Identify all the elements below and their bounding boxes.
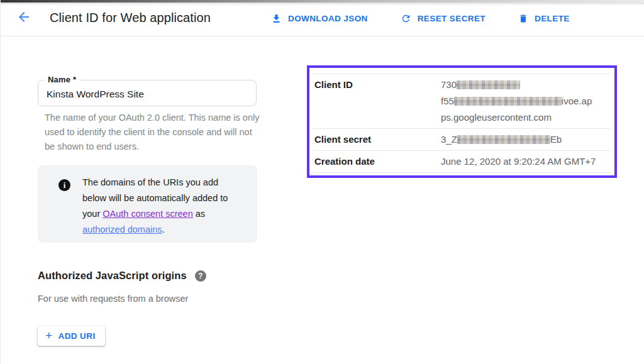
client-id-line-1: 730 [441,77,592,93]
name-help-text: The name of your OAuth 2.0 client. This … [45,111,260,154]
arrow-left-icon [16,9,31,27]
download-icon [271,13,282,24]
info-text-middle: as [193,209,205,219]
add-uri-button[interactable]: + ADD URI [38,326,105,346]
authorized-origins-heading: Authorized JavaScript origins [38,270,187,282]
client-id-line-3: ps.googleusercontent.com [441,109,592,126]
redacted-pixelation [454,97,562,106]
reset-secret-label: RESET SECRET [418,14,486,23]
name-input[interactable] [38,80,256,106]
download-json-label: DOWNLOAD JSON [288,14,368,23]
oauth-consent-screen-link[interactable]: OAuth consent screen [103,209,192,219]
trash-icon [518,13,528,24]
client-secret-value: 3_ZEb [441,131,562,148]
client-id-value: 730 f55ivoe.ap ps.googleusercontent.com [441,77,592,126]
client-id-label: Client ID [314,77,441,126]
page-title: Client ID for Web application [50,11,211,25]
info-note-text: The domains of the URIs you add below wi… [82,175,236,238]
authorized-origins-section: Authorized JavaScript origins ? [38,270,206,282]
screenshot-top-shadow-fade [1,3,644,6]
plus-icon: + [45,329,53,341]
name-field-label: Name * [45,75,79,84]
creation-date-label: Creation date [314,153,441,170]
download-json-button[interactable]: DOWNLOAD JSON [271,13,368,24]
annotation-highlight-box: Client ID 730 f55ivoe.ap ps.googleuserco… [307,65,617,178]
help-icon[interactable]: ? [195,270,206,282]
authorized-domains-link[interactable]: authorized domains [82,224,162,234]
refresh-icon [401,13,411,24]
info-icon: i [58,179,70,191]
delete-button[interactable]: DELETE [518,13,570,24]
reset-secret-button[interactable]: RESET SECRET [401,13,486,24]
delete-label: DELETE [535,14,570,23]
authorized-origins-subtext: For use with requests from a browser [38,294,188,304]
client-id-line-2: f55ivoe.ap [441,93,592,109]
client-id-row: Client ID 730 f55ivoe.ap ps.googleuserco… [313,74,611,128]
creation-date-value: June 12, 2020 at 9:20:24 AM GMT+7 [441,153,596,170]
client-secret-row: Client secret 3_ZEb [313,128,611,150]
redacted-pixelation [457,135,550,144]
name-field: Name * [38,80,257,106]
info-text-after: . [162,224,165,234]
redacted-pixelation [457,80,520,89]
info-note-card: i The domains of the URIs you add below … [38,165,257,243]
client-secret-label: Client secret [314,131,441,148]
add-uri-label: ADD URI [58,331,96,341]
back-button[interactable] [16,10,32,26]
creation-date-row: Creation date June 12, 2020 at 9:20:24 A… [313,150,611,173]
